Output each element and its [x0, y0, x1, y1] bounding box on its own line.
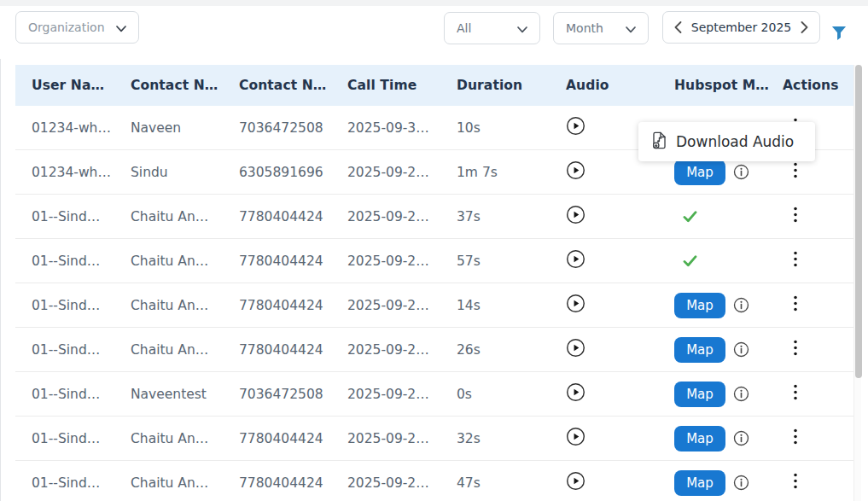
- table-row: 01--Sind… Chaitu An… 7780404424 2025-09-…: [15, 195, 853, 239]
- cell-contact-name: Chaitu An…: [131, 253, 239, 269]
- all-filter-value: All: [457, 21, 471, 35]
- cell-duration: 0s: [457, 387, 566, 402]
- hubspot-cell: Map: [674, 252, 783, 270]
- download-audio-label: Download Audio: [676, 133, 794, 150]
- month-filter-select[interactable]: Month: [553, 12, 649, 44]
- cell-audio: [566, 249, 674, 272]
- row-actions-menu-icon[interactable]: [793, 428, 798, 445]
- hubspot-mapped-check-icon: [674, 252, 699, 270]
- cell-audio: [566, 427, 674, 450]
- cell-actions: [783, 251, 853, 271]
- chevron-down-icon: [626, 20, 636, 37]
- row-actions-menu-icon[interactable]: [793, 162, 798, 178]
- row-actions-menu-icon[interactable]: [793, 340, 798, 356]
- cell-call-time: 2025-09-3…: [347, 120, 457, 136]
- info-icon[interactable]: [733, 430, 749, 446]
- col-header-contact-number: Contact N…: [239, 78, 347, 93]
- map-button[interactable]: Map: [674, 337, 725, 363]
- hubspot-cell: Map: [674, 337, 783, 363]
- cell-actions: [783, 295, 853, 315]
- row-actions-menu-icon[interactable]: [793, 295, 798, 312]
- play-audio-button[interactable]: [566, 471, 585, 491]
- map-button[interactable]: Map: [674, 426, 725, 451]
- cell-call-time: 2025-09-2…: [347, 209, 457, 224]
- row-actions-menu-icon[interactable]: [793, 251, 798, 267]
- play-audio-button[interactable]: [566, 338, 585, 358]
- prev-month-button[interactable]: [674, 21, 682, 33]
- row-actions-menu-icon[interactable]: [793, 473, 798, 489]
- cell-contact-number: 7780404424: [239, 298, 347, 313]
- col-header-duration: Duration: [457, 78, 566, 93]
- hubspot-cell: Map: [674, 470, 783, 496]
- row-actions-menu-icon[interactable]: [793, 207, 798, 223]
- cell-contact-number: 7780404424: [239, 431, 347, 446]
- cell-user-name: 01--Sind…: [32, 342, 131, 358]
- cell-user-name: 01234-wh…: [32, 165, 131, 180]
- cell-user-name: 01--Sind…: [32, 387, 131, 402]
- cell-contact-name: Sindu: [131, 165, 239, 180]
- info-icon[interactable]: [733, 475, 749, 491]
- cell-call-time: 2025-09-2…: [347, 342, 457, 358]
- organization-select[interactable]: Organization: [15, 11, 139, 44]
- play-audio-button[interactable]: [566, 205, 585, 224]
- cell-contact-number: 7780404424: [239, 253, 347, 269]
- table-row: 01--Sind… Chaitu An… 7780404424 2025-09-…: [15, 417, 853, 461]
- map-button[interactable]: Map: [674, 293, 725, 318]
- play-audio-button[interactable]: [566, 427, 585, 446]
- cell-call-time: 2025-09-2…: [347, 253, 457, 269]
- filter-funnel-icon[interactable]: [830, 24, 848, 43]
- play-audio-button[interactable]: [566, 160, 585, 180]
- info-icon[interactable]: [733, 164, 749, 180]
- col-header-contact-name: Contact N…: [131, 78, 239, 93]
- cell-duration: 47s: [457, 475, 566, 491]
- cell-contact-number: 7780404424: [239, 209, 347, 224]
- cell-audio: [566, 471, 674, 494]
- date-navigator-value: September 2025: [691, 20, 791, 34]
- download-audio-menu-item[interactable]: Download Audio: [638, 122, 815, 161]
- cell-contact-name: Chaitu An…: [131, 431, 239, 446]
- cell-call-time: 2025-09-2…: [347, 298, 457, 313]
- play-audio-button[interactable]: [566, 294, 585, 313]
- info-icon[interactable]: [733, 297, 749, 313]
- month-filter-value: Month: [566, 21, 603, 35]
- map-button[interactable]: Map: [674, 470, 725, 496]
- cell-contact-number: 7036472508: [239, 120, 347, 136]
- cell-duration: 57s: [457, 253, 566, 269]
- info-icon[interactable]: [733, 341, 749, 358]
- content-left-border: [0, 49, 1, 501]
- cell-contact-number: 7780404424: [239, 475, 347, 491]
- cell-audio: [566, 160, 674, 184]
- table-row: 01--Sind… Chaitu An… 7780404424 2025-09-…: [15, 328, 853, 372]
- audio-file-download-icon: [650, 131, 669, 154]
- vertical-scrollbar-thumb[interactable]: [855, 65, 862, 378]
- table-header-row: User Na… Contact N… Contact N… Call Time…: [15, 65, 853, 106]
- row-actions-menu-icon[interactable]: [793, 384, 798, 400]
- col-header-call-time: Call Time: [347, 78, 457, 93]
- cell-audio: [566, 338, 674, 361]
- cell-user-name: 01--Sind…: [32, 431, 131, 446]
- map-button[interactable]: Map: [674, 160, 725, 185]
- table-row: 01--Sind… Chaitu An… 7780404424 2025-09-…: [15, 283, 853, 328]
- vertical-scrollbar-track[interactable]: [853, 65, 861, 501]
- cell-actions: [783, 207, 853, 226]
- play-audio-button[interactable]: [566, 382, 585, 402]
- cell-contact-name: Chaitu An…: [131, 298, 239, 313]
- play-audio-button[interactable]: [566, 116, 585, 136]
- map-button[interactable]: Map: [674, 382, 725, 407]
- cell-user-name: 01--Sind…: [32, 298, 131, 313]
- next-month-button[interactable]: [801, 21, 808, 33]
- chevron-down-icon: [116, 20, 126, 36]
- date-navigator: September 2025: [662, 11, 820, 44]
- cell-audio: [566, 205, 674, 228]
- cell-duration: 37s: [457, 209, 566, 224]
- play-audio-button[interactable]: [566, 249, 585, 269]
- cell-contact-name: Naveen: [131, 120, 239, 136]
- cell-actions: [783, 428, 853, 448]
- organization-select-label: Organization: [28, 20, 105, 34]
- all-filter-select[interactable]: All: [444, 12, 540, 44]
- cell-call-time: 2025-09-2…: [347, 387, 457, 402]
- chevron-down-icon: [517, 20, 527, 37]
- cell-contact-name: Chaitu An…: [131, 475, 239, 491]
- info-icon[interactable]: [733, 386, 749, 402]
- table-body: 01234-wh… Naveen 7036472508 2025-09-3… 1…: [15, 106, 853, 501]
